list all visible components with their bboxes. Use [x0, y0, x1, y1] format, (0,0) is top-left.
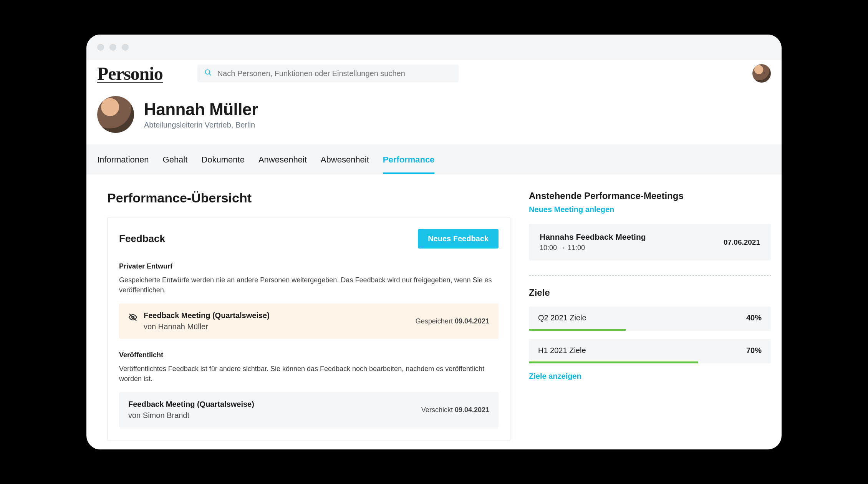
profile-tabs: Informationen Gehalt Dokumente Anwesenhe… [86, 144, 782, 174]
top-bar: Personio [86, 60, 782, 87]
published-section-title: Veröffentlicht [119, 351, 499, 359]
draft-section-title: Privater Entwurf [119, 262, 499, 270]
meetings-title: Anstehende Performance-Meetings [529, 191, 771, 201]
show-goals-link[interactable]: Ziele anzeigen [529, 372, 581, 381]
goal-item-q2[interactable]: Q2 2021 Ziele 40% [529, 307, 771, 331]
goal-name: Q2 2021 Ziele [538, 313, 586, 322]
svg-point-0 [205, 70, 210, 75]
window-control-minimize[interactable] [109, 44, 116, 51]
goal-name: H1 2021 Ziele [538, 346, 586, 355]
new-meeting-link[interactable]: Neues Meeting anlegen [529, 205, 614, 214]
feedback-draft-item[interactable]: Feedback Meeting (Quartalsweise) von Han… [119, 303, 499, 339]
profile-name: Hannah Müller [144, 100, 258, 119]
feedback-published-item[interactable]: Feedback Meeting (Quartalsweise) von Sim… [119, 392, 499, 428]
tab-gehalt[interactable]: Gehalt [163, 146, 188, 173]
profile-header: Hannah Müller Abteilungsleiterin Vertrie… [86, 87, 782, 144]
right-column: Anstehende Performance-Meetings Neues Me… [529, 191, 771, 439]
profile-subtitle: Abteilungsleiterin Vertrieb, Berlin [144, 121, 258, 129]
goal-percent: 70% [746, 346, 762, 355]
goal-progress-bar [529, 361, 698, 363]
eye-off-icon [128, 313, 137, 323]
goals-title: Ziele [529, 287, 771, 298]
content-area: Performance-Übersicht Feedback Neues Fee… [86, 174, 782, 449]
tab-dokumente[interactable]: Dokumente [201, 146, 245, 173]
tab-anwesenheit[interactable]: Anwesenheit [258, 146, 307, 173]
page-title: Performance-Übersicht [107, 191, 510, 206]
goal-item-h1[interactable]: H1 2021 Ziele 70% [529, 339, 771, 363]
meeting-item-date: 07.06.2021 [724, 238, 760, 247]
current-user-avatar[interactable] [752, 64, 771, 83]
goal-percent: 40% [746, 313, 762, 322]
app-window: Personio Hannah Müller Abteilungsleiteri… [86, 35, 782, 449]
section-divider [529, 275, 771, 276]
published-item-meta: Verschickt 09.04.2021 [421, 406, 489, 414]
draft-item-meta: Gespeichert 09.04.2021 [416, 317, 489, 325]
published-item-title: Feedback Meeting (Quartalsweise) [128, 400, 254, 409]
brand-logo[interactable]: Personio [97, 63, 163, 84]
published-item-author: von Simon Brandt [128, 411, 254, 420]
tab-performance[interactable]: Performance [383, 146, 435, 173]
draft-item-author: von Hannah Müller [144, 322, 270, 331]
meeting-item[interactable]: Hannahs Feedback Meeting 10:00 → 11:00 0… [529, 224, 771, 260]
draft-item-title: Feedback Meeting (Quartalsweise) [144, 311, 270, 320]
goal-progress-bar [529, 329, 626, 331]
window-control-close[interactable] [97, 44, 104, 51]
search-input[interactable] [217, 69, 452, 78]
tab-abwesenheit[interactable]: Abwesenheit [321, 146, 369, 173]
meeting-item-title: Hannahs Feedback Meeting [540, 232, 646, 242]
published-section-desc: Veröffentlichtes Feedback ist für andere… [119, 364, 499, 384]
left-column: Performance-Übersicht Feedback Neues Fee… [107, 191, 510, 439]
profile-avatar [97, 96, 134, 133]
window-control-zoom[interactable] [122, 44, 129, 51]
draft-section-desc: Gespeicherte Entwürfe werden nie an ande… [119, 275, 499, 295]
svg-line-1 [209, 74, 211, 76]
search-icon [204, 69, 212, 78]
feedback-card: Feedback Neues Feedback Privater Entwurf… [107, 217, 510, 441]
meeting-item-time: 10:00 → 11:00 [540, 244, 646, 252]
search-box[interactable] [197, 65, 459, 82]
feedback-card-title: Feedback [119, 233, 165, 245]
tab-informationen[interactable]: Informationen [97, 146, 149, 173]
window-titlebar [86, 35, 782, 60]
new-feedback-button[interactable]: Neues Feedback [418, 229, 499, 249]
